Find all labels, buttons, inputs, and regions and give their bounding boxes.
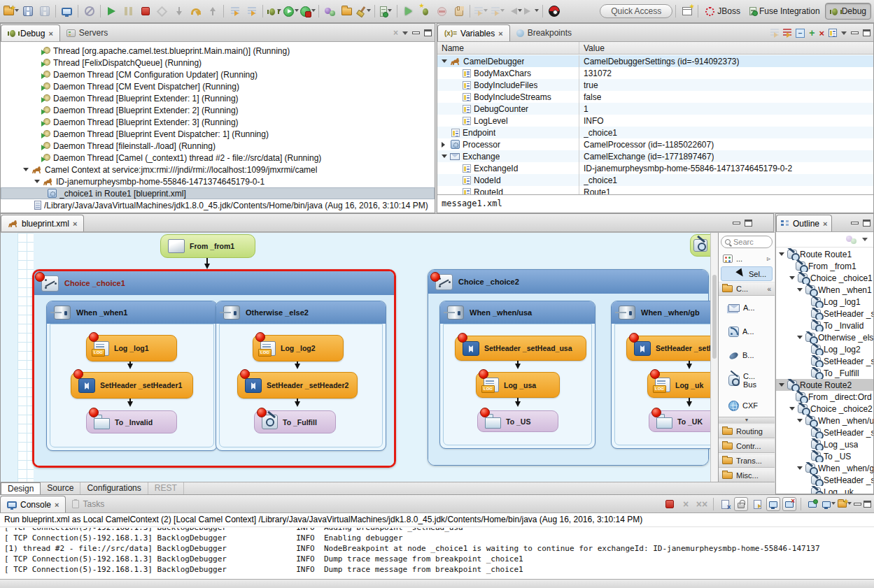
minimize-icon[interactable] xyxy=(851,31,859,34)
expand-icon[interactable] xyxy=(779,383,784,389)
variable-detail-pane[interactable]: message1.xml xyxy=(437,194,873,213)
minimize-icon[interactable] xyxy=(851,222,859,224)
palette-item-cxf-bus[interactable]: C... Bus xyxy=(719,367,775,394)
variable-row[interactable]: ExchangeCamelExchange (id=-1771897467) xyxy=(437,150,873,162)
step-filter-button[interactable] xyxy=(473,3,489,20)
step-over-button[interactable] xyxy=(188,3,204,20)
save-button[interactable] xyxy=(20,3,36,20)
palette-scroll-down[interactable]: ▼ xyxy=(719,417,775,424)
palette-select-tool[interactable]: Sel... xyxy=(721,266,773,281)
breakpoint-dot[interactable] xyxy=(479,369,488,379)
palette-drawer-misc[interactable]: Misc... xyxy=(719,468,775,482)
variable-row[interactable]: CamelDebuggerCamelDebuggerSettings (id=-… xyxy=(437,55,873,67)
outline-item[interactable]: From _direct:Ord xyxy=(776,391,873,403)
palette-item-cxf[interactable]: CXF xyxy=(719,394,775,417)
open-resource-button[interactable] xyxy=(339,3,355,20)
breakpoint-dot[interactable] xyxy=(430,272,440,282)
node-log1[interactable]: Log _log1 xyxy=(86,335,177,361)
tab-source[interactable]: Source xyxy=(41,482,80,495)
canvas-vertical-scrollbar[interactable] xyxy=(710,233,718,482)
step-filter2-button[interactable] xyxy=(490,3,506,20)
variable-row[interactable]: NodeId_choice1 xyxy=(437,174,873,186)
debug-launch-button[interactable] xyxy=(266,3,282,20)
thread-row[interactable]: Daemon Thread [Blueprint Extender: 2] (R… xyxy=(1,104,435,116)
outline-item[interactable]: SetHeader _setHeader2 xyxy=(776,355,873,367)
node-log-usa[interactable]: Log _usa xyxy=(476,372,560,398)
tab-blueprint-xml[interactable]: blueprint.xml× xyxy=(1,215,84,231)
close-icon[interactable]: × xyxy=(73,220,77,228)
maximize-icon[interactable] xyxy=(863,220,871,227)
terminate-button[interactable] xyxy=(137,3,153,20)
outline-item[interactable]: SetHeader _setHead_u xyxy=(776,474,873,486)
breakpoint-dot[interactable] xyxy=(89,408,99,417)
outline-item[interactable]: SetHeader _setHeader1 xyxy=(776,308,873,320)
outline-item[interactable]: Otherwise _else2 xyxy=(776,331,873,343)
breakpoint-dot[interactable] xyxy=(458,333,467,343)
disconnect-button[interactable] xyxy=(154,3,170,20)
perspective-debug[interactable]: Debug xyxy=(825,3,871,20)
minimize-icon[interactable] xyxy=(854,503,861,505)
thread-row[interactable]: Thread [org.apache.camel.test.blueprint.… xyxy=(1,45,435,57)
remove-all-launches-button[interactable]: ×× xyxy=(695,497,709,511)
tab-debug[interactable]: Debug× xyxy=(1,24,60,41)
forward-button[interactable] xyxy=(523,3,540,20)
close-icon[interactable]: × xyxy=(498,29,502,38)
outline-item[interactable]: Log _log2 xyxy=(776,343,873,355)
tab-servers[interactable]: Servers xyxy=(60,24,114,41)
expand-icon[interactable] xyxy=(797,336,803,342)
show-on-stderr-button[interactable] xyxy=(782,497,796,511)
suspend-hand-button[interactable] xyxy=(451,3,467,20)
column-value[interactable]: Value xyxy=(579,42,873,54)
tab-console[interactable]: Console× xyxy=(0,496,66,512)
trace-button[interactable] xyxy=(227,3,243,20)
outline-item[interactable]: Choice _choice1 xyxy=(776,272,873,284)
view-menu-icon[interactable] xyxy=(862,238,868,244)
open-perspective-button[interactable] xyxy=(679,3,695,20)
expand-icon[interactable] xyxy=(797,288,803,294)
maximize-icon[interactable] xyxy=(864,501,871,508)
variable-row[interactable]: ExchangeIdID-janemurpheysmbp-home-55846-… xyxy=(437,162,873,174)
outline-item[interactable]: Log _usa xyxy=(776,438,873,450)
back-button[interactable] xyxy=(507,3,523,20)
variable-row[interactable]: Endpoint_choice1 xyxy=(437,127,873,138)
open-type-button[interactable] xyxy=(322,3,338,20)
variable-row[interactable]: BodyIncludeStreamsfalse xyxy=(437,91,873,103)
remove-launch-button[interactable]: × xyxy=(679,497,693,511)
maximize-icon[interactable] xyxy=(863,29,871,36)
outline-item[interactable]: To _US xyxy=(776,450,873,462)
display-console-button[interactable] xyxy=(822,497,836,511)
suspend-button[interactable] xyxy=(120,3,136,20)
breakpoint-dot[interactable] xyxy=(35,272,45,282)
external-tools-button[interactable] xyxy=(355,3,372,20)
profile-launch-button[interactable] xyxy=(299,3,316,20)
tab-variables[interactable]: (x)=Variables× xyxy=(437,24,510,41)
scroll-lock-button[interactable] xyxy=(734,497,748,511)
expand-icon[interactable] xyxy=(442,155,447,161)
node-from1[interactable]: From _from1 xyxy=(160,234,255,258)
expand-icon[interactable] xyxy=(789,276,795,282)
remove-terminated-icon[interactable]: × xyxy=(393,28,398,38)
remove-icon[interactable]: × xyxy=(819,28,824,38)
fuse-tooling-button[interactable] xyxy=(378,3,394,20)
console-terminate-button[interactable] xyxy=(663,497,677,511)
trace-step-button[interactable] xyxy=(244,3,260,20)
node-sethead-usa[interactable]: SetHeader _setHead_usa xyxy=(455,336,586,361)
variable-row[interactable]: BodyMaxChars131072 xyxy=(437,67,873,79)
expand-palette-icon[interactable]: ▹ xyxy=(767,254,770,262)
perspective-fuse[interactable]: Fuse Integration xyxy=(745,3,824,20)
breakpoint-dot[interactable] xyxy=(629,333,639,343)
node-setheader1[interactable]: SetHeader _setHeader1 xyxy=(71,372,193,399)
outline-item[interactable]: To _Fulfill xyxy=(776,367,873,379)
palette-drawer-components[interactable]: C...« xyxy=(719,282,775,296)
node-setheader2[interactable]: SetHeader _setHeader2 xyxy=(237,372,358,399)
breakpoint-dot[interactable] xyxy=(650,369,660,379)
palette-drawer-transformation[interactable]: Trans... xyxy=(719,454,775,468)
breakpoint-node-row[interactable]: _choice1 in Route1 [blueprint.xml] xyxy=(1,187,435,199)
close-icon[interactable]: × xyxy=(55,501,59,509)
resume-button[interactable] xyxy=(104,3,120,20)
route-diagram-canvas[interactable]: From _from1 Choice _choice1 When _when1 … xyxy=(1,232,775,482)
link-with-editor-icon[interactable] xyxy=(846,235,857,244)
expand-icon[interactable] xyxy=(442,59,447,66)
step-into-button[interactable] xyxy=(171,3,187,20)
collapse-icon[interactable] xyxy=(442,142,448,148)
